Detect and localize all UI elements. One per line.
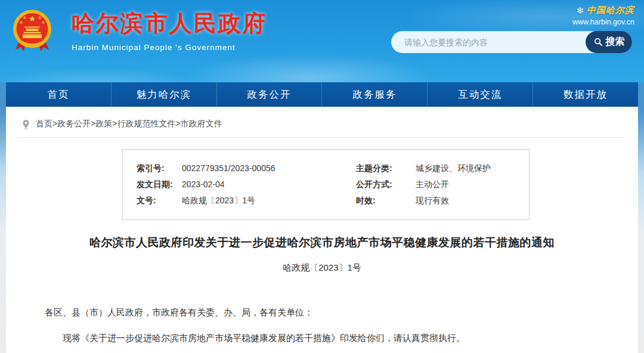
meta-row: 索引号: 0022779351/2023-00056 主题分类: 城乡建设、环境…	[137, 160, 529, 176]
search-button[interactable]: 搜索	[586, 31, 632, 53]
meta-label-validity: 时效:	[356, 193, 416, 209]
meta-label-disclosure: 公开方式:	[356, 176, 416, 193]
svg-text:★: ★	[23, 15, 26, 20]
search-icon	[593, 37, 603, 47]
svg-text:★: ★	[19, 20, 23, 25]
meta-value-doc-number: 哈政规〔2023〕1号	[182, 193, 356, 209]
nav-item-gov-affairs[interactable]: 政务公开	[216, 82, 322, 107]
meta-value-issue-date: 2023-02-04	[182, 176, 356, 193]
main-nav: 首页 魅力哈尔滨 政务公开 政务服务 互动交流 数据开放	[6, 82, 638, 107]
svg-text:★: ★	[29, 14, 36, 23]
svg-text:★: ★	[41, 20, 45, 25]
nav-item-home[interactable]: 首页	[6, 82, 111, 107]
meta-label-index: 索引号:	[137, 160, 182, 176]
document-meta-table: 索引号: 0022779351/2023-00056 主题分类: 城乡建设、环境…	[122, 149, 530, 220]
national-emblem-icon: ★ ★ ★ ★ ★	[8, 5, 56, 55]
meta-row: 发文日期: 2023-02-04 公开方式: 主动公开	[137, 176, 529, 193]
document-paragraph: 现将《关于进一步促进哈尔滨市房地产市场平稳健康发展的若干措施》印发给你们，请认真…	[45, 333, 599, 344]
corner-logo-text: 中国哈尔滨	[587, 5, 634, 16]
meta-label-issue-date: 发文日期:	[137, 176, 182, 193]
site-url: www.harbin.gov.cn	[572, 18, 634, 26]
breadcrumb-divider	[18, 137, 626, 138]
breadcrumb-text[interactable]: 首页>政务公开>政策>行政规范性文件>市政府文件	[36, 119, 222, 129]
meta-label-doc-number: 文号:	[137, 193, 182, 209]
meta-row: 文号: 哈政规〔2023〕1号 时效: 现行有效	[137, 193, 529, 209]
page: ★ ★ ★ ★ ★ 哈尔滨市人民政府 Harbin Municipal Peop…	[0, 0, 644, 353]
nav-item-interaction[interactable]: 互动交流	[427, 82, 532, 107]
meta-value-index: 0022779351/2023-00056	[182, 160, 356, 176]
meta-value-disclosure: 主动公开	[416, 176, 529, 193]
meta-value-category: 城乡建设、环境保护	[416, 160, 529, 176]
meta-value-validity: 现行有效	[416, 193, 529, 209]
content-area: 首页>政务公开>政策>行政规范性文件>市政府文件 索引号: 0022779351…	[6, 107, 638, 353]
location-pin-icon	[21, 119, 31, 129]
search-button-label: 搜索	[606, 36, 625, 48]
nav-item-gov-services[interactable]: 政务服务	[321, 82, 427, 107]
document-body: 各区、县（市）人民政府，市政府各有关委、办、局，各有关单位： 现将《关于进一步促…	[6, 307, 638, 344]
document-title: 哈尔滨市人民政府印发关于进一步促进哈尔滨市房地产市场平稳健康发展的若干措施的通知	[6, 235, 638, 250]
meta-label-category: 主题分类:	[356, 160, 416, 176]
breadcrumb: 首页>政务公开>政策>行政规范性文件>市政府文件	[6, 107, 638, 129]
site-logo[interactable]: ★ ★ ★ ★ ★ 哈尔滨市人民政府 Harbin Municipal Peop…	[8, 5, 267, 55]
document-paragraph: 各区、县（市）人民政府，市政府各有关委、办、局，各有关单位：	[45, 307, 599, 318]
site-header: ★ ★ ★ ★ ★ 哈尔滨市人民政府 Harbin Municipal Peop…	[0, 0, 644, 82]
search-input[interactable]	[391, 31, 586, 53]
snowflake-logo-icon: ❄	[576, 5, 584, 16]
site-subtitle: Harbin Municipal People 's Government	[72, 43, 267, 52]
document-number: 哈政规〔2023〕1号	[6, 262, 638, 274]
nav-item-open-data[interactable]: 数据开放	[532, 82, 638, 107]
nav-item-charming-harbin[interactable]: 魅力哈尔滨	[111, 82, 216, 107]
corner-branding: ❄ 中国哈尔滨 www.harbin.gov.cn	[572, 5, 634, 26]
search-bar: 搜索	[391, 31, 632, 53]
site-title-block: 哈尔滨市人民政府 Harbin Municipal People 's Gove…	[72, 8, 267, 52]
site-title: 哈尔滨市人民政府	[72, 8, 267, 39]
